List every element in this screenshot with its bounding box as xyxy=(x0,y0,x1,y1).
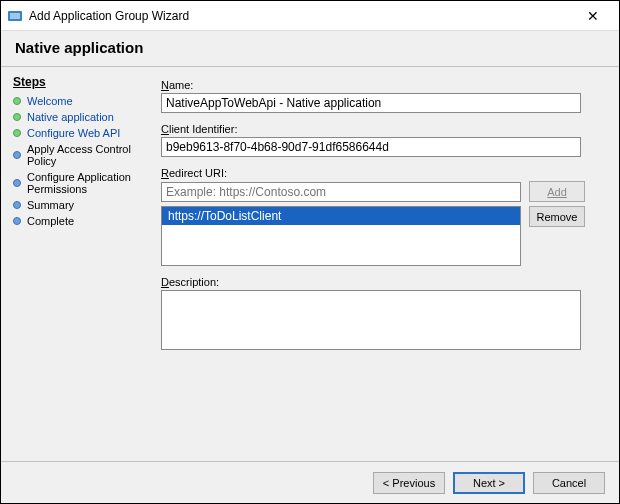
step-label: Configure Application Permissions xyxy=(27,171,151,195)
step-dot-icon xyxy=(13,201,21,209)
step-dot-icon xyxy=(13,217,21,225)
step-dot-icon xyxy=(13,129,21,137)
steps-heading: Steps xyxy=(13,75,151,89)
window-title: Add Application Group Wizard xyxy=(29,9,573,23)
step-dot-icon xyxy=(13,151,21,159)
cancel-button[interactable]: Cancel xyxy=(533,472,605,494)
step-label[interactable]: Configure Web API xyxy=(27,127,120,139)
redirect-uri-list[interactable]: https://ToDoListClient xyxy=(161,206,521,266)
step-summary: Summary xyxy=(13,199,151,211)
redirect-uri-input[interactable] xyxy=(161,182,521,202)
step-label: Summary xyxy=(27,199,74,211)
client-id-input[interactable] xyxy=(161,137,581,157)
titlebar: Add Application Group Wizard ✕ xyxy=(1,1,619,31)
name-label: Name: xyxy=(161,79,605,91)
wizard-header: Native application xyxy=(1,31,619,67)
svg-rect-1 xyxy=(10,13,20,19)
next-button[interactable]: Next > xyxy=(453,472,525,494)
step-complete: Complete xyxy=(13,215,151,227)
name-input[interactable] xyxy=(161,93,581,113)
form-panel: Name: Client Identifier: Redirect URI: A… xyxy=(161,67,619,461)
step-label[interactable]: Welcome xyxy=(27,95,73,107)
step-label: Complete xyxy=(27,215,74,227)
app-icon xyxy=(7,8,23,24)
step-welcome[interactable]: Welcome xyxy=(13,95,151,107)
close-button[interactable]: ✕ xyxy=(573,8,613,24)
step-configure-web-api[interactable]: Configure Web API xyxy=(13,127,151,139)
redirect-uri-label: Redirect URI: xyxy=(161,167,605,179)
step-configure-application-permissions: Configure Application Permissions xyxy=(13,171,151,195)
step-dot-icon xyxy=(13,179,21,187)
step-dot-icon xyxy=(13,97,21,105)
description-input[interactable] xyxy=(161,290,581,350)
step-label: Apply Access Control Policy xyxy=(27,143,151,167)
page-title: Native application xyxy=(15,39,605,56)
redirect-uri-item[interactable]: https://ToDoListClient xyxy=(162,207,520,225)
step-dot-icon xyxy=(13,113,21,121)
add-button[interactable]: Add xyxy=(529,181,585,202)
previous-button[interactable]: < Previous xyxy=(373,472,445,494)
description-label: Description: xyxy=(161,276,605,288)
step-native-application[interactable]: Native application xyxy=(13,111,151,123)
remove-button[interactable]: Remove xyxy=(529,206,585,227)
step-apply-access-control-policy: Apply Access Control Policy xyxy=(13,143,151,167)
client-id-label: Client Identifier: xyxy=(161,123,605,135)
wizard-footer: < Previous Next > Cancel xyxy=(1,461,619,503)
step-label[interactable]: Native application xyxy=(27,111,114,123)
steps-sidebar: Steps Welcome Native application Configu… xyxy=(1,67,161,461)
